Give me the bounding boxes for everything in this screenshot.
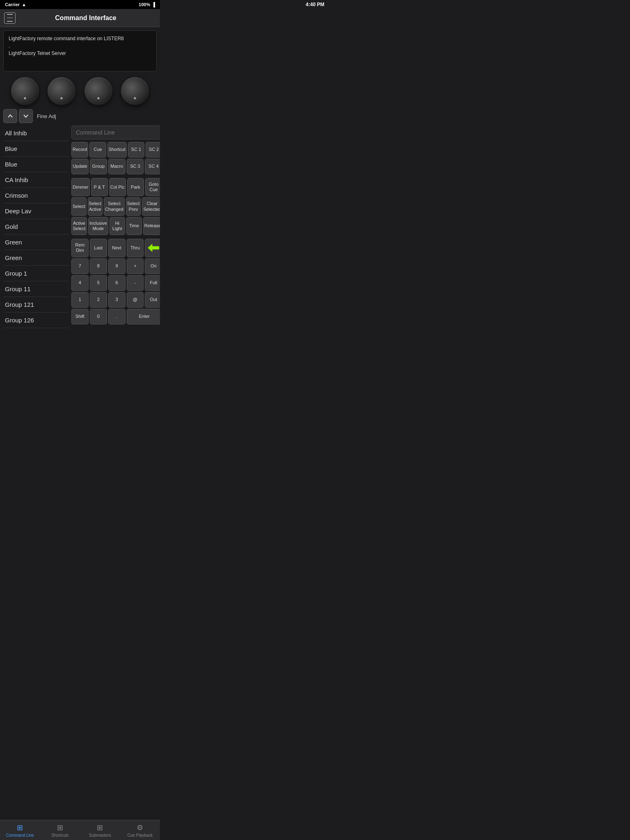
- list-item[interactable]: Gold: [3, 219, 69, 235]
- button-row-3: Dimmer P & T Col Pic Park Goto Cue: [71, 178, 160, 196]
- console-line-2: .: [9, 42, 151, 50]
- right-panel: Record Cue Shortcut SC 1 SC 2 Update Gro…: [71, 126, 160, 328]
- backspace-arrow-icon: [148, 244, 159, 252]
- backspace-button[interactable]: [145, 239, 160, 257]
- num-2-button[interactable]: 2: [90, 292, 107, 308]
- battery-label: 100%: [139, 2, 150, 7]
- status-bar: Carrier ▲ 4:40 PM 100% ▐: [0, 0, 160, 9]
- minus-button[interactable]: -: [127, 275, 144, 291]
- macro-button[interactable]: Macro: [108, 159, 126, 174]
- list-item[interactable]: Group 121: [3, 297, 69, 313]
- shortcut-button[interactable]: Shortcut: [107, 142, 127, 158]
- goto-cue-button[interactable]: Goto Cue: [145, 178, 160, 196]
- list-item[interactable]: Group 11: [3, 281, 69, 297]
- num-0-button[interactable]: 0: [90, 309, 107, 324]
- left-panel: All Inhib Blue Blue CA Inhib Crimson Dee…: [3, 126, 69, 328]
- status-right: 100% ▐: [139, 2, 155, 7]
- plus-button[interactable]: +: [127, 258, 144, 274]
- rem-dim-button[interactable]: Rem Dim: [71, 239, 89, 257]
- num-9-button[interactable]: 9: [108, 258, 126, 274]
- on-button[interactable]: On: [145, 258, 160, 274]
- clear-selected-button[interactable]: ClearSelected: [142, 197, 160, 215]
- pt-button[interactable]: P & T: [91, 178, 108, 196]
- dot-button[interactable]: .: [108, 309, 126, 324]
- next-button[interactable]: Next: [108, 239, 126, 257]
- park-button[interactable]: Park: [127, 178, 144, 196]
- fine-adj-row: Fine Adj: [0, 107, 160, 126]
- release-button[interactable]: Release: [143, 217, 160, 235]
- fine-down-button[interactable]: [19, 109, 33, 123]
- sc2-button[interactable]: SC 2: [146, 142, 160, 158]
- knobs-row: [0, 73, 160, 107]
- console-line-3: LightFactory Telnet Server: [9, 50, 151, 57]
- wifi-icon: ▲: [22, 2, 26, 7]
- at-button[interactable]: @: [127, 292, 144, 308]
- button-row-5: ActiveSelect InclusiveMode Hi Light Time…: [71, 217, 160, 235]
- sc1-button[interactable]: SC 1: [128, 142, 144, 158]
- fine-up-button[interactable]: [3, 109, 17, 123]
- list-item[interactable]: Deep Lav: [3, 203, 69, 219]
- out-button[interactable]: Out: [145, 292, 160, 308]
- knob-4[interactable]: [121, 77, 149, 105]
- button-row-1: Record Cue Shortcut SC 1 SC 2: [71, 142, 160, 158]
- group-button[interactable]: Group: [90, 159, 107, 174]
- list-item[interactable]: All Inhib: [3, 126, 69, 141]
- command-line-input[interactable]: [71, 126, 160, 139]
- console-line-1: LightFactory remote command interface on…: [9, 35, 151, 42]
- num-3-button[interactable]: 3: [108, 292, 126, 308]
- select-active-button[interactable]: SelectActive: [88, 197, 103, 215]
- button-row-4: Select SelectActive SelectChanged Select…: [71, 197, 160, 215]
- full-button[interactable]: Full: [145, 275, 160, 291]
- num-1-button[interactable]: 1: [71, 292, 89, 308]
- inclusive-mode-button[interactable]: InclusiveMode: [88, 217, 108, 235]
- main-layout: All Inhib Blue Blue CA Inhib Crimson Dee…: [0, 126, 160, 328]
- button-row-2: Update Group Macro SC 3 SC 4: [71, 159, 160, 174]
- dimmer-button[interactable]: Dimmer: [71, 178, 90, 196]
- hi-light-button[interactable]: Hi Light: [110, 217, 125, 235]
- num-4-button[interactable]: 4: [71, 275, 89, 291]
- time-button[interactable]: Time: [126, 217, 142, 235]
- battery-icon: ▐: [152, 2, 155, 7]
- last-button[interactable]: Last: [90, 239, 107, 257]
- page-title: Command Interface: [16, 14, 156, 22]
- nav-bar: Command Interface: [0, 9, 160, 27]
- list-item[interactable]: CA Inhib: [3, 172, 69, 188]
- knob-2[interactable]: [48, 77, 75, 105]
- button-row-6: Rem Dim Last Next Thru: [71, 239, 160, 257]
- button-row-9: 1 2 3 @ Out: [71, 292, 160, 308]
- record-button[interactable]: Record: [71, 142, 88, 158]
- button-row-8: 4 5 6 - Full: [71, 275, 160, 291]
- active-select-button[interactable]: ActiveSelect: [71, 217, 87, 235]
- carrier-label: Carrier: [5, 2, 20, 7]
- button-row-10: Shift 0 . Enter: [71, 309, 160, 324]
- num-8-button[interactable]: 8: [90, 258, 107, 274]
- status-left: Carrier ▲: [5, 2, 26, 7]
- list-item[interactable]: Group 1: [3, 266, 69, 281]
- num-5-button[interactable]: 5: [90, 275, 107, 291]
- update-button[interactable]: Update: [71, 159, 89, 174]
- enter-button[interactable]: Enter: [127, 309, 160, 324]
- list-item[interactable]: Blue: [3, 141, 69, 157]
- sc4-button[interactable]: SC 4: [145, 159, 160, 174]
- shift-button[interactable]: Shift: [71, 309, 89, 324]
- list-item[interactable]: Crimson: [3, 188, 69, 203]
- list-item[interactable]: Green: [3, 250, 69, 266]
- select-prev-button[interactable]: SelectPrev: [126, 197, 141, 215]
- list-item[interactable]: Group 126: [3, 313, 69, 328]
- knob-1[interactable]: [11, 77, 39, 105]
- menu-button[interactable]: [4, 12, 16, 24]
- num-6-button[interactable]: 6: [108, 275, 126, 291]
- select-changed-button[interactable]: SelectChanged: [104, 197, 125, 215]
- num-7-button[interactable]: 7: [71, 258, 89, 274]
- knob-3[interactable]: [84, 77, 112, 105]
- console-output: LightFactory remote command interface on…: [3, 30, 157, 71]
- cue-button[interactable]: Cue: [89, 142, 106, 158]
- list-item[interactable]: Green: [3, 235, 69, 250]
- fine-adj-label: Fine Adj: [37, 113, 56, 119]
- thru-button[interactable]: Thru: [127, 239, 144, 257]
- select-button[interactable]: Select: [71, 197, 87, 215]
- colpic-button[interactable]: Col Pic: [109, 178, 126, 196]
- sc3-button[interactable]: SC 3: [127, 159, 144, 174]
- list-item[interactable]: Blue: [3, 157, 69, 172]
- button-row-7: 7 8 9 + On: [71, 258, 160, 274]
